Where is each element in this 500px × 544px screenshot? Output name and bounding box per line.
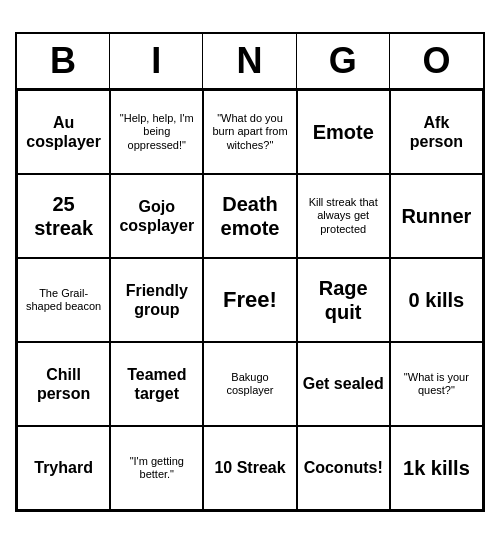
bingo-cell-0: Au cosplayer — [17, 90, 110, 174]
bingo-cell-18: Get sealed — [297, 342, 390, 426]
bingo-cell-12: Free! — [203, 258, 296, 342]
bingo-cell-3: Emote — [297, 90, 390, 174]
bingo-cell-17: Bakugo cosplayer — [203, 342, 296, 426]
bingo-card: BINGO Au cosplayer"Help, help, I'm being… — [15, 32, 485, 512]
bingo-cell-22: 10 Streak — [203, 426, 296, 510]
bingo-cell-13: Rage quit — [297, 258, 390, 342]
bingo-cell-1: "Help, help, I'm being oppressed!" — [110, 90, 203, 174]
header-letter-b: B — [17, 34, 110, 88]
bingo-cell-8: Kill streak that always get protected — [297, 174, 390, 258]
bingo-cell-16: Teamed target — [110, 342, 203, 426]
bingo-cell-6: Gojo cosplayer — [110, 174, 203, 258]
bingo-cell-4: Afk person — [390, 90, 483, 174]
bingo-cell-24: 1k kills — [390, 426, 483, 510]
bingo-cell-5: 25 streak — [17, 174, 110, 258]
bingo-cell-2: "What do you burn apart from witches?" — [203, 90, 296, 174]
bingo-cell-20: Tryhard — [17, 426, 110, 510]
bingo-grid: Au cosplayer"Help, help, I'm being oppre… — [17, 90, 483, 510]
bingo-cell-9: Runner — [390, 174, 483, 258]
bingo-cell-7: Death emote — [203, 174, 296, 258]
bingo-cell-15: Chill person — [17, 342, 110, 426]
bingo-cell-19: "What is your quest?" — [390, 342, 483, 426]
header-letter-o: O — [390, 34, 483, 88]
bingo-cell-21: "I'm getting better." — [110, 426, 203, 510]
header-letter-i: I — [110, 34, 203, 88]
bingo-cell-23: Coconuts! — [297, 426, 390, 510]
header-letter-g: G — [297, 34, 390, 88]
header-letter-n: N — [203, 34, 296, 88]
bingo-cell-11: Friendly group — [110, 258, 203, 342]
bingo-header: BINGO — [17, 34, 483, 90]
bingo-cell-14: 0 kills — [390, 258, 483, 342]
bingo-cell-10: The Grail-shaped beacon — [17, 258, 110, 342]
